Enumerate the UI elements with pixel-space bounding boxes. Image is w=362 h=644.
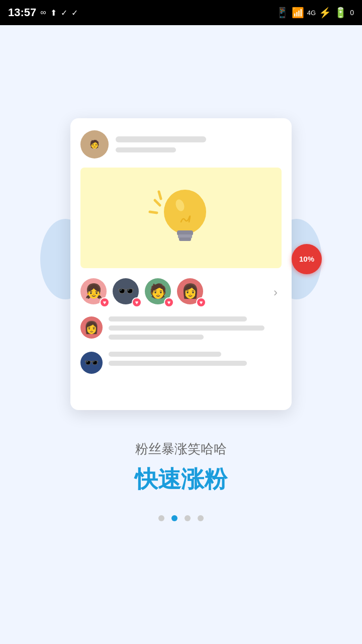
reaction-item-2: 🕶️ ♥: [113, 278, 141, 306]
dot-3[interactable]: [185, 515, 191, 521]
header-line-sub: [116, 147, 176, 152]
battery-icon: ⚡: [319, 7, 331, 19]
battery-zero: 0: [350, 9, 354, 17]
phone-icon: 📱: [276, 7, 289, 19]
comment-line-2b: [109, 361, 247, 366]
heart-badge-3: ♥: [164, 297, 174, 307]
signal-icon: 4G: [307, 9, 316, 17]
percentage-badge: 10%: [292, 244, 322, 274]
status-right: 📱 📶 4G ⚡ 🔋 0: [276, 7, 354, 19]
comment-lines-2: [109, 352, 282, 370]
status-bar: 13:57 ∞ ⬆ ✓ ✓ 📱 📶 4G ⚡ 🔋 0: [0, 0, 362, 25]
illustration-card: 🧑: [70, 118, 292, 410]
wifi-icon: 📶: [292, 7, 304, 19]
text-section: 粉丝暴涨笑哈哈 快速涨粉: [135, 440, 227, 495]
reaction-item-3: 🧑 ♥: [145, 278, 173, 306]
svg-line-0: [155, 200, 160, 205]
main-content: 🧑: [0, 25, 362, 644]
lightbulb-svg: [141, 178, 221, 258]
card-header: 🧑: [80, 130, 282, 158]
check-icon-1: ✓: [61, 8, 67, 18]
reaction-row: 👧 ♥ 🕶️ ♥ 🧑 ♥: [80, 278, 282, 306]
avatar-face: 🧑: [89, 139, 100, 149]
check-icon-2: ✓: [71, 8, 78, 18]
dot-2[interactable]: [171, 515, 177, 521]
svg-line-2: [159, 192, 161, 199]
heart-badge-2: ♥: [132, 297, 142, 307]
post-image-area: [80, 168, 282, 268]
infinity-icon: ∞: [40, 8, 46, 17]
heart-badge-4: ♥: [196, 297, 206, 307]
comment-row-1: 👩: [80, 316, 282, 344]
dot-4[interactable]: [198, 515, 204, 521]
reaction-more-chevron: ›: [274, 285, 282, 299]
dot-1[interactable]: [158, 515, 164, 521]
comment-line-2a: [109, 352, 221, 357]
comment-avatar-2: 🕶️: [80, 352, 103, 374]
status-time: 13:57: [8, 6, 36, 19]
svg-rect-6: [179, 237, 191, 241]
svg-line-1: [150, 212, 157, 213]
subtitle-text: 粉丝暴涨笑哈哈: [135, 440, 227, 458]
comment-avatar-1: 👩: [80, 316, 103, 339]
post-author-avatar: 🧑: [80, 130, 109, 158]
comment-row-2: 🕶️: [80, 352, 282, 374]
card-wrapper: 🧑: [55, 108, 307, 410]
status-left: 13:57 ∞ ⬆ ✓ ✓: [8, 6, 78, 19]
heart-badge-1: ♥: [100, 297, 110, 307]
reaction-item-1: 👧 ♥: [80, 278, 109, 306]
main-title-text: 快速涨粉: [135, 464, 227, 495]
dot-indicators: [158, 515, 204, 521]
reaction-item-4: 👩 ♥: [177, 278, 205, 306]
card-header-lines: [116, 136, 282, 152]
comment-line-1c: [109, 335, 204, 340]
battery-level: 🔋: [334, 7, 347, 19]
comment-line-1a: [109, 316, 247, 321]
comment-lines-1: [109, 316, 282, 344]
svg-point-3: [164, 190, 206, 234]
header-line-name: [116, 136, 206, 142]
comment-line-1b: [109, 326, 264, 331]
upload-icon: ⬆: [50, 8, 57, 18]
